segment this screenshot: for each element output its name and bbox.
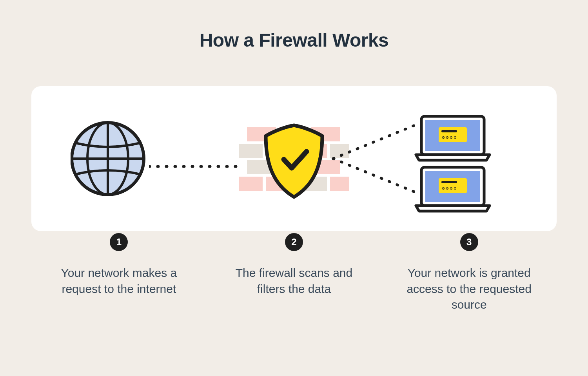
step-badge-2: 2 (285, 233, 303, 251)
svg-point-34 (447, 188, 448, 189)
step-desc-3: Your network is granted access to the re… (397, 265, 541, 313)
svg-point-36 (455, 188, 456, 189)
svg-point-25 (443, 137, 444, 138)
svg-rect-31 (439, 178, 467, 193)
step-badge-1: 1 (110, 233, 128, 251)
laptops-icon (388, 104, 517, 213)
svg-point-35 (451, 188, 452, 189)
svg-rect-8 (239, 144, 263, 158)
svg-rect-15 (239, 177, 263, 191)
page-title: How a Firewall Works (0, 0, 588, 51)
step-desc-2: The firewall scans and filters the data (222, 265, 366, 297)
globe-icon (71, 104, 200, 213)
step-badge-3: 3 (460, 233, 478, 251)
svg-point-33 (443, 188, 444, 189)
svg-rect-23 (439, 127, 467, 142)
svg-point-27 (451, 137, 452, 138)
step-desc-1: Your network makes a request to the inte… (47, 265, 191, 297)
connector-line (149, 164, 243, 168)
svg-point-28 (455, 137, 456, 138)
steps-row: 1 Your network makes a request to the in… (31, 233, 557, 313)
step-1: 1 Your network makes a request to the in… (31, 233, 207, 313)
svg-point-26 (447, 137, 448, 138)
diagram-card (31, 86, 557, 231)
step-2: 2 The firewall scans and filters the dat… (207, 233, 382, 313)
step-3: 3 Your network is granted access to the … (381, 233, 557, 313)
